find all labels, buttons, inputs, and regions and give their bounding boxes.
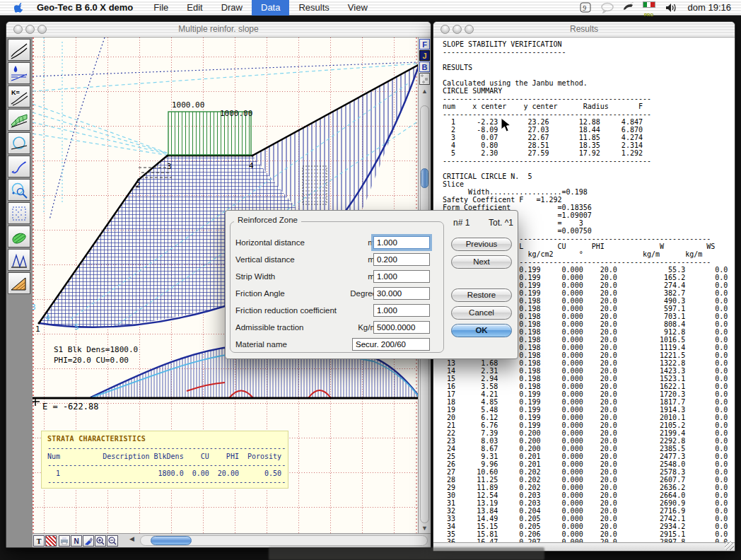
- menu-results[interactable]: Results: [289, 0, 338, 16]
- load-label-2: 1000.00: [220, 109, 252, 118]
- vertex-label-2: 2: [136, 180, 141, 189]
- field-row-friction-angle: Friction Angle Degree: [235, 287, 439, 301]
- reinforcement-strip-tool[interactable]: [8, 109, 30, 131]
- horizontal-distance-input[interactable]: [373, 236, 430, 249]
- admissible-traction-input[interactable]: [373, 321, 430, 334]
- janbu-method-button[interactable]: J: [419, 50, 430, 61]
- chat-bubble-icon[interactable]: [599, 1, 616, 14]
- bishop-method-button[interactable]: B: [419, 62, 430, 72]
- structure-tool[interactable]: [8, 249, 30, 271]
- svg-text:9: 9: [583, 4, 586, 11]
- centers-grid-tool[interactable]: [8, 202, 30, 224]
- bottom-toolbar: T N ◀: [33, 533, 431, 547]
- strata-tool[interactable]: [8, 272, 30, 294]
- strip-width-input[interactable]: [373, 270, 430, 283]
- flag-pro-label: PRO: [644, 13, 653, 17]
- menu-bar: Geo-Tec B 6.0 X demo File Edit Draw Data…: [0, 0, 741, 16]
- menu-view[interactable]: View: [339, 0, 377, 16]
- strata-body: ----------------------------------------…: [47, 444, 288, 486]
- field-row-friction-reduction: Friction reduction coefficient: [235, 304, 439, 318]
- menu-file[interactable]: File: [144, 0, 177, 16]
- field-row-strip-width: Strip Width m.: [235, 270, 439, 284]
- slope-profile-tool[interactable]: [8, 39, 30, 61]
- field-label: Vertical distance: [235, 255, 295, 264]
- field-label: Material name: [235, 340, 287, 349]
- app-menu[interactable]: Geo-Tec B 6.0 X demo: [37, 2, 133, 13]
- cancel-button[interactable]: Cancel: [451, 306, 512, 320]
- scroll-left-arrow[interactable]: ◀: [128, 535, 136, 544]
- vertex-label-4: 4: [249, 161, 254, 170]
- soil-text-line1: S1 Blk Dens=1800.0: [54, 345, 138, 354]
- menu-data[interactable]: Data: [252, 0, 289, 16]
- fellenius-method-button[interactable]: F: [419, 39, 430, 49]
- seismic-coefficient-tool[interactable]: K=: [8, 86, 30, 107]
- search-circle-tool[interactable]: [8, 179, 30, 201]
- strata-title: STRATA CHARACTERISTICS: [47, 435, 288, 443]
- next-button[interactable]: Next: [451, 255, 512, 269]
- material-name-input[interactable]: [352, 338, 430, 351]
- field-row-horizontal-distance: Horizontal distance m.: [235, 236, 439, 250]
- pattern-button[interactable]: [419, 73, 430, 85]
- soil-text-line2: PHI=20.0 CU=0.00: [54, 356, 129, 365]
- field-unit: Kg/m: [317, 323, 377, 332]
- water-table-tool[interactable]: [8, 62, 30, 84]
- tool-palette: K=: [6, 37, 33, 547]
- axis-value-label: E = -622.88: [42, 402, 98, 412]
- zoom-in-tool[interactable]: [95, 535, 106, 547]
- horizontal-scrollbar-thumb[interactable]: [151, 536, 192, 545]
- ok-button[interactable]: OK: [451, 324, 512, 337]
- friction-reduction-input[interactable]: [373, 304, 430, 317]
- field-row-vertical-distance: Vertical distance m.: [235, 253, 439, 267]
- zoom-out-tool[interactable]: [107, 535, 118, 547]
- fill-pattern-tool[interactable]: [45, 535, 57, 547]
- italian-flag-pro-icon[interactable]: PRO: [641, 1, 657, 14]
- classic-env-icon[interactable]: 9: [578, 1, 595, 14]
- friction-angle-input[interactable]: [373, 287, 430, 300]
- mouse-cursor: [501, 117, 512, 133]
- drawing-window-titlebar[interactable]: Multiple reinfor. slope: [6, 22, 431, 37]
- menu-clock[interactable]: dom 19:16: [688, 2, 731, 13]
- menu-draw[interactable]: Draw: [212, 0, 252, 16]
- results-window-titlebar[interactable]: Results: [433, 22, 735, 37]
- eraser-tool[interactable]: [83, 535, 94, 547]
- scroll-down-arrow[interactable]: ▼: [420, 524, 429, 532]
- vertical-distance-input[interactable]: [373, 253, 430, 266]
- phone-icon[interactable]: [620, 1, 637, 14]
- apple-menu-icon[interactable]: [14, 2, 25, 13]
- field-unit: m.: [317, 272, 377, 281]
- circle-label-3: 3: [33, 303, 36, 312]
- results-window-title: Results: [433, 24, 735, 34]
- field-label: Admissible traction: [235, 323, 304, 332]
- resize-grip[interactable]: [725, 541, 734, 550]
- field-unit: m.: [317, 255, 377, 264]
- vertex-label-1: 1: [35, 325, 40, 334]
- load-rectangle: [168, 112, 251, 155]
- scroll-up-arrow[interactable]: ▲: [420, 87, 429, 95]
- reinforced-area-tool[interactable]: [8, 226, 30, 247]
- speaker-icon[interactable]: [663, 1, 679, 14]
- field-label: Strip Width: [235, 272, 275, 281]
- field-row-material-name: Material name: [235, 338, 439, 352]
- dialog-title: Reinforced Zone: [234, 216, 301, 224]
- field-row-admissible-traction: Admissible traction Kg/m: [235, 321, 439, 335]
- vertex-label-3: 3: [167, 162, 172, 171]
- drawing-window-title: Multiple reinfor. slope: [6, 24, 431, 34]
- circle-label-4: 4: [45, 313, 50, 322]
- field-label: Friction reduction coefficient: [235, 306, 337, 315]
- n-badge-tool[interactable]: N: [71, 535, 82, 547]
- field-unit: m.: [317, 238, 377, 247]
- background-window-fragment: [269, 547, 544, 560]
- field-label: Horizontal distance: [235, 238, 305, 247]
- slip-surface-tool[interactable]: [8, 156, 30, 177]
- vertical-scrollbar-thumb[interactable]: [421, 168, 428, 188]
- zone-counter: n# 1: [453, 218, 469, 228]
- restore-button[interactable]: Restore: [451, 288, 512, 302]
- previous-button[interactable]: Previous: [451, 238, 512, 251]
- printer-tool[interactable]: [59, 535, 70, 547]
- text-tool[interactable]: T: [33, 535, 45, 547]
- horizontal-scrollbar[interactable]: [140, 535, 428, 546]
- zone-total: Tot. ^1: [489, 218, 513, 228]
- circle-tool[interactable]: [8, 132, 30, 154]
- menu-edit[interactable]: Edit: [177, 0, 211, 16]
- circle-label-5: 5: [74, 322, 79, 332]
